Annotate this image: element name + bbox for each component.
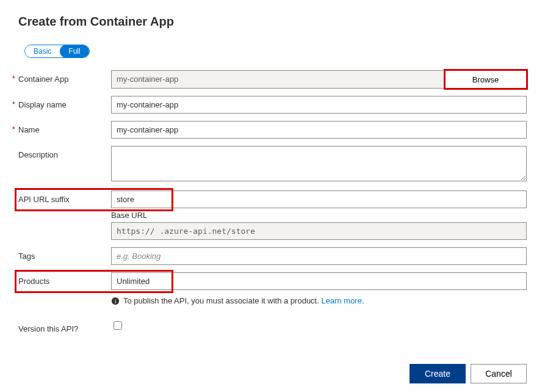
info-period: . (362, 296, 364, 305)
label-container-app: Container App (18, 74, 68, 84)
label-display-name: Display name (18, 100, 67, 109)
cancel-button[interactable]: Cancel (471, 364, 527, 383)
required-marker: * (12, 125, 15, 134)
toggle-basic[interactable]: Basic (25, 45, 60, 58)
create-button[interactable]: Create (410, 364, 466, 383)
mode-toggle: Basic Full (24, 45, 527, 58)
container-app-field: my-container-app (111, 70, 445, 89)
label-version-api: Version this API? (18, 324, 78, 333)
api-url-suffix-input[interactable] (111, 191, 527, 208)
products-input[interactable] (111, 272, 527, 290)
tags-input[interactable] (111, 247, 527, 265)
description-textarea[interactable] (111, 146, 527, 181)
base-url-field: https:// .azure-api.net/store (111, 222, 527, 240)
info-text: To publish the API, you must associate i… (123, 296, 321, 305)
label-name: Name (18, 125, 40, 134)
required-marker: * (12, 100, 15, 109)
browse-button[interactable]: Browse (445, 70, 527, 89)
label-api-url-suffix: API URL suffix (18, 195, 70, 204)
label-tags: Tags (18, 252, 35, 261)
name-input[interactable] (111, 121, 527, 139)
toggle-full[interactable]: Full (60, 45, 88, 58)
display-name-input[interactable] (111, 96, 527, 114)
page-title: Create from Container App (18, 15, 527, 29)
svg-text:i: i (115, 297, 117, 304)
info-icon: i (111, 297, 120, 305)
label-products: Products (18, 277, 49, 286)
learn-more-link[interactable]: Learn more (321, 296, 361, 305)
required-marker: * (12, 74, 15, 83)
label-base-url: Base URL (111, 211, 527, 220)
label-description: Description (18, 150, 58, 159)
version-api-checkbox[interactable] (114, 321, 122, 330)
